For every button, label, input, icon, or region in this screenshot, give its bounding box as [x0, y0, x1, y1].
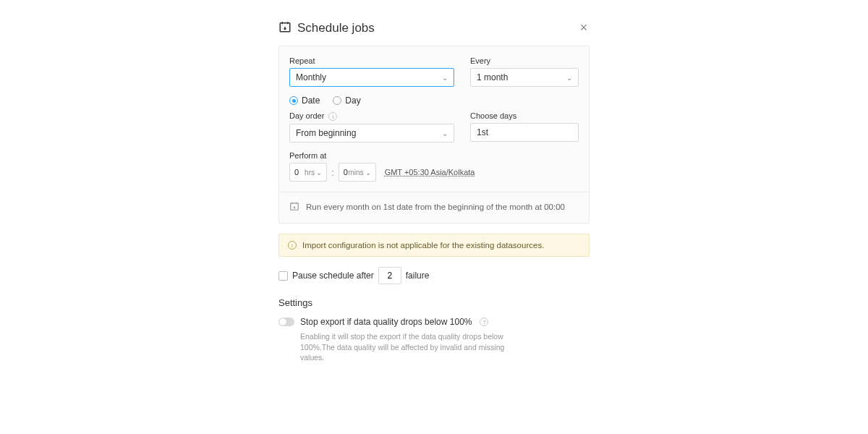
perform-label: Perform at	[289, 151, 579, 160]
mode-radio-day[interactable]: Day	[333, 95, 360, 106]
mode-date-label: Date	[302, 95, 320, 106]
stop-export-label: Stop export if data quality drops below …	[300, 317, 472, 327]
stop-export-help: Enabling it will stop the export if the …	[300, 331, 524, 363]
close-icon[interactable]: ×	[578, 22, 590, 33]
pause-count-input[interactable]	[378, 267, 401, 284]
repeat-value: Monthly	[296, 72, 326, 82]
mode-day-label: Day	[345, 95, 360, 106]
dayorder-select[interactable]: From beginning ⌄	[289, 124, 454, 142]
alert-info-icon: i	[288, 241, 297, 250]
summary-text: Run every month on 1st date from the beg…	[306, 203, 565, 211]
choosedays-label: Choose days	[470, 111, 579, 120]
stop-export-toggle[interactable]	[278, 318, 294, 326]
chevron-down-icon: ⌄	[566, 74, 572, 82]
schedule-jobs-modal: Schedule jobs × Repeat Monthly ⌄ Every 1…	[278, 20, 590, 363]
chevron-down-icon: ⌄	[316, 169, 322, 176]
divider	[279, 192, 589, 192]
calendar-small-icon	[289, 201, 299, 213]
radio-checked-icon	[289, 96, 298, 105]
info-icon[interactable]: i	[328, 112, 337, 121]
mode-radio-date[interactable]: Date	[289, 95, 320, 106]
schedule-summary: Run every month on 1st date from the beg…	[289, 201, 579, 213]
import-notice: i Import configuration is not applicable…	[278, 234, 590, 257]
pause-prefix: Pause schedule after	[292, 271, 374, 281]
timezone-link[interactable]: GMT +05:30 Asia/Kolkata	[385, 168, 475, 176]
every-value: 1 month	[477, 72, 508, 82]
pause-checkbox[interactable]	[278, 271, 288, 281]
chevron-down-icon: ⌄	[365, 169, 371, 176]
info-icon[interactable]: ?	[480, 318, 488, 326]
mins-value: 0	[344, 168, 348, 176]
radio-unchecked-icon	[333, 96, 341, 105]
calendar-icon	[278, 20, 292, 35]
hours-value: 0	[294, 168, 299, 176]
modal-header: Schedule jobs ×	[278, 20, 590, 35]
pause-suffix: failure	[406, 271, 430, 281]
repeat-label: Repeat	[289, 56, 454, 65]
every-label: Every	[470, 56, 579, 65]
pause-schedule-row: Pause schedule after failure	[278, 267, 590, 284]
time-separator: :	[331, 167, 334, 178]
choosedays-value: 1st	[477, 127, 488, 137]
hours-select[interactable]: 0 hrs ⌄	[289, 163, 327, 182]
notice-text: Import configuration is not applicable f…	[302, 241, 544, 250]
choosedays-select[interactable]: 1st	[470, 123, 579, 142]
mode-radiogroup: Date Day	[289, 95, 579, 106]
mins-select[interactable]: 0 mins ⌄	[339, 163, 376, 182]
dayorder-label: Day order i	[289, 111, 454, 121]
chevron-down-icon: ⌄	[442, 129, 448, 137]
dayorder-value: From beginning	[296, 128, 356, 138]
modal-title: Schedule jobs	[297, 21, 375, 35]
schedule-panel: Repeat Monthly ⌄ Every 1 month ⌄ Date	[278, 46, 590, 224]
repeat-select[interactable]: Monthly ⌄	[289, 68, 454, 87]
chevron-down-icon: ⌄	[442, 74, 448, 82]
settings-heading: Settings	[278, 297, 590, 308]
every-select[interactable]: 1 month ⌄	[470, 68, 579, 87]
